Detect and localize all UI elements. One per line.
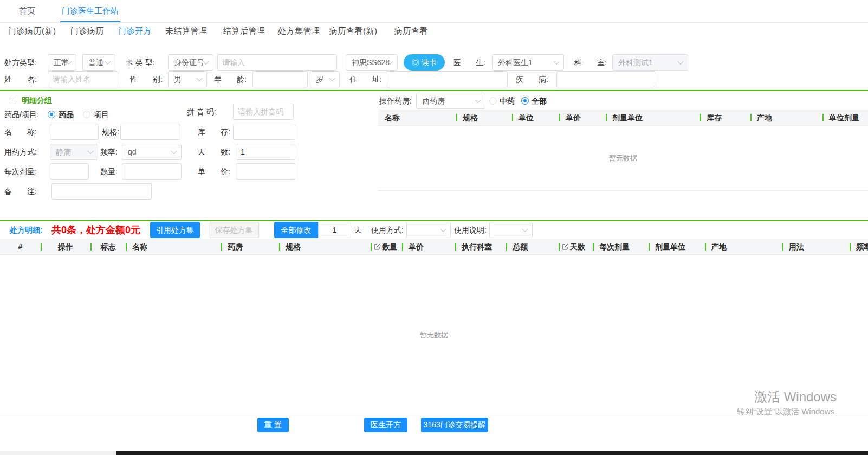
prescription-type-select[interactable]: 正常 xyxy=(48,54,76,71)
use-mode-label: 使用方式: xyxy=(371,222,404,238)
chevron-down-icon xyxy=(196,75,202,81)
radio-tcm[interactable] xyxy=(489,97,497,105)
tab-outpatient-workstation[interactable]: 门诊医生工作站 xyxy=(60,0,120,22)
usage-mode-select[interactable]: 静滴 xyxy=(50,144,98,160)
card-number-input[interactable] xyxy=(217,54,337,71)
subnav-record-view-new[interactable]: 病历查看(新) xyxy=(329,24,378,38)
stock-col-price: 单价 xyxy=(559,110,606,125)
chevron-down-icon xyxy=(475,97,481,103)
subnav-medical-record[interactable]: 门诊病历 xyxy=(70,24,104,38)
use-mode-select[interactable] xyxy=(406,222,451,238)
subnav-medical-record-new[interactable]: 门诊病历(新) xyxy=(8,24,56,38)
pinyin-input[interactable] xyxy=(233,104,294,120)
section-divider xyxy=(0,90,868,91)
save-formulary-button[interactable]: 保存处方集 xyxy=(209,222,259,238)
pharmacy-select[interactable]: 西药房 xyxy=(416,93,485,109)
radio-drug-label[interactable]: 药品 xyxy=(59,106,74,123)
horizontal-scrollbar[interactable] xyxy=(0,451,116,455)
stock-col-dose-unit: 剂量单位 xyxy=(606,110,700,125)
rx-col-price: 单价 xyxy=(402,239,455,254)
subnav-settled-management[interactable]: 结算后管理 xyxy=(223,24,265,38)
use-desc-select[interactable] xyxy=(489,222,533,238)
tab-home[interactable]: 首页 xyxy=(19,0,35,21)
rx-col-name: 名称 xyxy=(126,239,221,254)
prescription-detail-label: 处方明细: xyxy=(10,222,43,238)
subnav-prescribe[interactable]: 门诊开方 xyxy=(118,24,152,38)
chevron-down-icon xyxy=(440,226,446,232)
rx-col-action: 操作 xyxy=(41,239,90,254)
stock-table-body: 暂无数据 xyxy=(378,126,868,191)
prescription-table-body: 暂无数据 xyxy=(0,255,868,415)
rx-col-quantity: 数量 xyxy=(371,239,402,254)
gender-label: 性 别: xyxy=(130,71,163,87)
doctor-select[interactable]: 外科医生1 xyxy=(492,54,564,71)
chevron-down-icon xyxy=(171,148,177,154)
transaction-notice-button[interactable]: 3163门诊交易提醒 xyxy=(421,418,488,432)
subnav-unsettled-management[interactable]: 未结算管理 xyxy=(165,24,208,38)
read-card-button[interactable]: ◎ 读卡 xyxy=(404,54,445,71)
stock-table-header: 名称 规格 单位 单价 剂量单位 库存 产地 单位剂量 xyxy=(378,110,868,126)
subnav-record-view[interactable]: 病历查看 xyxy=(394,24,428,38)
prescription-type-label: 处方类型: xyxy=(4,54,37,71)
name-label: 姓 名: xyxy=(4,71,37,87)
remark-input[interactable] xyxy=(51,183,152,200)
rx-col-exec-dept: 执行科室 xyxy=(455,239,506,254)
stock-col-stock: 库存 xyxy=(700,110,750,125)
radio-item[interactable] xyxy=(83,111,90,118)
prescription-empty-text: 暂无数据 xyxy=(0,330,868,340)
spec-input[interactable] xyxy=(120,124,180,140)
frequency-select[interactable]: qd xyxy=(122,144,182,160)
drug-name-input[interactable] xyxy=(50,124,99,140)
frequency-label: 频率: xyxy=(100,144,118,160)
reset-button[interactable]: 重 置 xyxy=(257,418,289,432)
radio-all[interactable] xyxy=(521,97,529,105)
stock-col-name: 名称 xyxy=(378,110,456,125)
rx-col-frequency: 频率 xyxy=(850,239,868,254)
disease-input[interactable] xyxy=(556,71,655,87)
radio-item-label[interactable]: 项目 xyxy=(94,106,109,123)
quantity-label: 数量: xyxy=(100,163,118,180)
operating-pharmacy-label: 操作药房: xyxy=(379,93,412,109)
usage-mode-label: 用药方式: xyxy=(4,144,37,160)
doctor-prescribe-button[interactable]: 医生开方 xyxy=(364,418,407,432)
prescription-subtype-select[interactable]: 普通 xyxy=(82,54,115,71)
quantity-input[interactable] xyxy=(122,163,182,180)
card-device-select[interactable]: 神思SS628 xyxy=(346,54,398,71)
unit-price-label: 单 价: xyxy=(198,163,230,180)
address-input[interactable] xyxy=(386,71,508,87)
cite-formulary-button[interactable]: 引用处方集 xyxy=(150,222,200,238)
rx-col-origin: 产地 xyxy=(705,239,782,254)
stock-table: 名称 规格 单位 单价 剂量单位 库存 产地 单位剂量 暂无数据 xyxy=(378,110,868,191)
subnav-formulary-management[interactable]: 处方集管理 xyxy=(278,24,320,38)
chevron-down-icon xyxy=(522,226,528,232)
department-select[interactable]: 外科测试1 xyxy=(612,54,688,71)
rx-col-spec: 规格 xyxy=(279,239,371,254)
stock-input[interactable] xyxy=(233,124,295,140)
days-input[interactable] xyxy=(236,144,295,160)
modify-days-input[interactable] xyxy=(318,222,351,238)
detail-group-checkbox[interactable] xyxy=(9,97,16,104)
rx-col-pharmacy: 药房 xyxy=(221,239,279,254)
windows-activation-watermark-line1: 激活 Windows xyxy=(754,388,837,406)
modify-all-button[interactable]: 全部修改 xyxy=(274,222,318,238)
read-card-icon: ◎ xyxy=(412,58,419,67)
chevron-down-icon xyxy=(329,75,335,81)
department-label: 科 室: xyxy=(574,54,607,71)
patient-name-input[interactable] xyxy=(48,71,118,87)
gender-select[interactable]: 男 xyxy=(168,71,207,87)
days-label: 天 数: xyxy=(198,144,230,160)
radio-tcm-label[interactable]: 中药 xyxy=(500,93,515,109)
days-unit-label: 天 xyxy=(354,222,362,238)
radio-drug[interactable] xyxy=(48,111,55,118)
card-type-select[interactable]: 身份证号 xyxy=(168,54,213,71)
prescription-summary: 共0条，处方金额0元 xyxy=(51,222,140,238)
drug-item-label: 药品/项目: xyxy=(4,106,39,123)
unit-price-input[interactable] xyxy=(236,163,295,180)
radio-all-label[interactable]: 全部 xyxy=(532,93,547,109)
rx-col-usage: 用法 xyxy=(782,239,850,254)
dose-input[interactable] xyxy=(50,163,89,180)
stock-col-spec: 规格 xyxy=(456,110,512,125)
age-input[interactable] xyxy=(252,71,308,87)
age-unit-select[interactable]: 岁 xyxy=(310,71,340,87)
card-type-label: 卡 类 型: xyxy=(126,54,155,71)
